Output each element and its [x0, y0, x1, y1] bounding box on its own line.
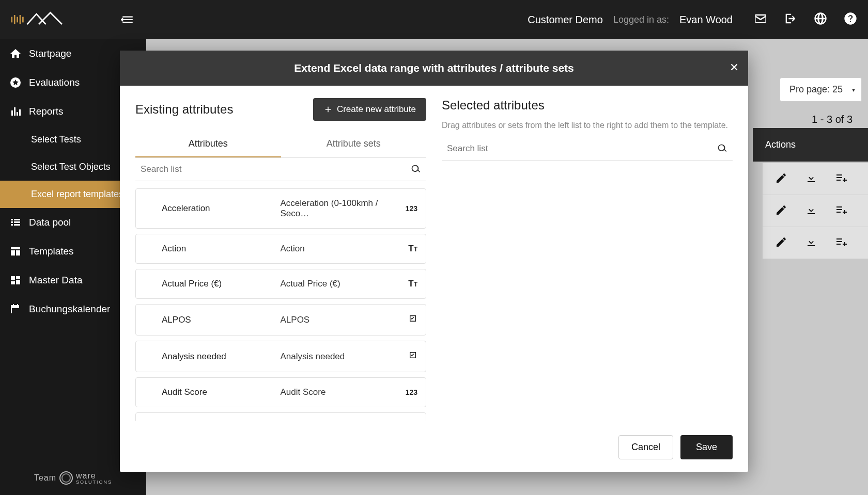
attribute-type-icon: 123: [399, 387, 417, 397]
search-icon[interactable]: [411, 164, 421, 174]
masterdata-icon: [9, 274, 22, 286]
sidebar-toggle[interactable]: [121, 13, 134, 26]
attribute-name: ALPOS: [162, 315, 275, 325]
attribute-name: Action: [162, 244, 275, 254]
help-icon[interactable]: [843, 11, 858, 28]
attribute-row[interactable]: AccelerationAcceleration (0-100kmh / Sec…: [135, 188, 426, 229]
sidebar-item-label: Data pool: [29, 217, 71, 228]
username[interactable]: Evan Wood: [679, 14, 733, 26]
brand-circle-icon: [59, 471, 73, 485]
attribute-search: [135, 158, 426, 181]
attribute-description: Audit Score: [281, 387, 394, 397]
attribute-description: Action: [281, 244, 394, 254]
existing-attributes-panel: Existing attributes Create new attribute…: [135, 98, 426, 421]
save-button[interactable]: Save: [680, 435, 733, 459]
sidebar-item-label: Reports: [29, 106, 64, 117]
selected-search-input[interactable]: [442, 137, 733, 160]
download-icon[interactable]: [805, 236, 817, 250]
attribute-description: Analysis needed: [281, 352, 394, 362]
per-page-select[interactable]: Pro page: 25: [780, 77, 862, 102]
cancel-button[interactable]: Cancel: [618, 435, 673, 459]
edit-icon[interactable]: [775, 204, 787, 218]
selected-search: [442, 137, 733, 161]
list-icon: [9, 216, 22, 229]
sidebar-item-label: Select Test Objects: [31, 162, 111, 172]
globe-icon[interactable]: [813, 11, 828, 28]
attribute-name: Actual Price (€): [162, 279, 275, 289]
chart-icon: [9, 105, 22, 118]
edit-icon[interactable]: [775, 172, 787, 186]
sidebar-item-label: Evaluations: [29, 77, 80, 88]
attribute-row[interactable]: ActionActionTT: [135, 234, 426, 264]
attribute-type-icon: [399, 314, 417, 326]
attribute-description: Acceleration (0-100kmh / Seco…: [281, 198, 394, 219]
selected-attributes-title: Selected attributes: [442, 98, 545, 113]
footer-brand: Team ware SOLUTIONS: [34, 471, 112, 485]
action-row: [763, 227, 868, 259]
sidebar-item-label: Startpage: [29, 48, 71, 59]
attribute-row[interactable]: Battery CapacityBattery Capacity (kWh)12…: [135, 412, 426, 421]
attribute-row[interactable]: Audit ScoreAudit Score123: [135, 377, 426, 407]
star-icon: [9, 76, 22, 89]
app-logo: [10, 10, 67, 29]
table-header-actions: Actions: [753, 128, 868, 162]
attribute-row[interactable]: Actual Price (€)Actual Price (€)TT: [135, 269, 426, 299]
action-row: [763, 195, 868, 227]
result-count: 1 - 3 of 3: [812, 114, 853, 125]
edit-icon[interactable]: [775, 236, 787, 250]
attribute-type-icon: 123: [399, 203, 417, 214]
attribute-row[interactable]: Analysis neededAnalysis needed: [135, 341, 426, 372]
home-icon: [9, 47, 22, 60]
mail-icon[interactable]: [753, 11, 768, 28]
existing-attributes-title: Existing attributes: [135, 102, 233, 117]
sidebar-item-label: Templates: [29, 246, 74, 257]
sidebar-item-label: Excel report templates: [31, 189, 123, 200]
sidebar-item-label: Master Data: [29, 275, 82, 286]
attribute-description: Actual Price (€): [281, 279, 394, 289]
modal-title: Extend Excel data range with attributes …: [294, 62, 574, 74]
selected-attributes-panel: Selected attributes Drag attributes or s…: [442, 98, 733, 421]
modal-footer: Cancel Save: [120, 426, 748, 472]
attribute-name: Analysis needed: [162, 352, 275, 362]
plus-icon: [323, 105, 333, 114]
attribute-type-icon: TT: [399, 244, 417, 254]
add-list-icon[interactable]: [835, 172, 847, 186]
extend-attributes-modal: Extend Excel data range with attributes …: [120, 51, 748, 472]
attribute-type-icon: [399, 350, 417, 362]
attribute-list: AccelerationAcceleration (0-100kmh / Sec…: [135, 188, 426, 421]
search-icon[interactable]: [717, 143, 727, 154]
attribute-name: Audit Score: [162, 387, 275, 397]
attribute-tabs: Attributes Attribute sets: [135, 131, 426, 158]
modal-header: Extend Excel data range with attributes …: [120, 51, 748, 86]
attribute-row[interactable]: ALPOSALPOS: [135, 304, 426, 336]
create-attribute-button[interactable]: Create new attribute: [313, 98, 426, 121]
attribute-name: Acceleration: [162, 203, 275, 214]
customer-name: Customer Demo: [528, 14, 603, 26]
calendar-icon: [9, 303, 22, 315]
download-icon[interactable]: [805, 172, 817, 186]
sidebar-item-label: Select Tests: [31, 134, 81, 145]
tab-attributes[interactable]: Attributes: [135, 131, 281, 157]
modal-close-button[interactable]: [729, 61, 740, 75]
add-list-icon[interactable]: [835, 204, 847, 218]
logged-in-label: Logged in as:: [613, 14, 669, 25]
attribute-description: ALPOS: [281, 315, 394, 325]
add-list-icon[interactable]: [835, 236, 847, 250]
logout-icon[interactable]: [783, 11, 798, 28]
app-header: Customer Demo Logged in as: Evan Wood: [0, 0, 868, 39]
attribute-search-input[interactable]: [135, 158, 426, 181]
action-row: [763, 163, 868, 195]
sidebar-item-label: Buchungskalender: [29, 304, 110, 315]
templates-icon: [9, 245, 22, 258]
attribute-type-icon: TT: [399, 279, 417, 289]
download-icon[interactable]: [805, 204, 817, 218]
tab-attribute-sets[interactable]: Attribute sets: [281, 131, 427, 157]
selected-attributes-hint: Drag attributes or sets from the left li…: [442, 121, 733, 130]
